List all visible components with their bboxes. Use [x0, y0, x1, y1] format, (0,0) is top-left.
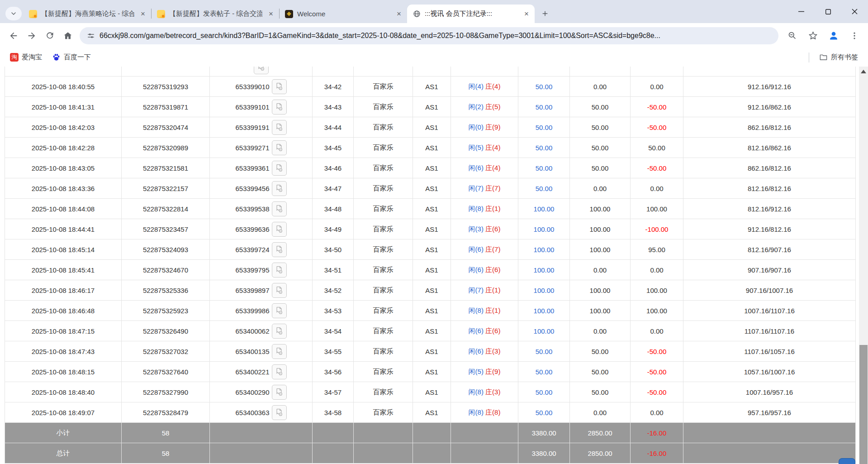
cell-time: 2025-10-08 18:48:15 [5, 362, 122, 382]
cell-bet-content: 闲(6) 庄(6) [451, 260, 518, 280]
cell-bet-amount[interactable]: 100.00 [518, 239, 570, 260]
all-bookmarks-button[interactable]: 所有书签 [816, 51, 862, 63]
close-icon[interactable]: × [394, 10, 403, 19]
total-row: 总计 58 3380.00 2850.00 -16.00 [5, 443, 856, 464]
player-bet: 闲(8) [469, 306, 484, 314]
broken-image-icon[interactable] [272, 263, 287, 277]
cell-win-loss: -100.00 [631, 219, 683, 239]
cell-balance: 862.16/812.16 [683, 158, 856, 178]
profile-button[interactable] [825, 27, 843, 45]
scroll-up-arrow-icon[interactable] [861, 70, 866, 73]
cell-bet-amount[interactable]: 100.00 [518, 280, 570, 301]
forward-button[interactable] [23, 27, 41, 45]
cell-bet-amount[interactable]: 50.00 [518, 362, 570, 382]
game-number: 653400062 [235, 327, 269, 335]
broken-image-icon[interactable] [272, 100, 287, 115]
home-button[interactable] [59, 27, 77, 45]
cell-bet-amount[interactable]: 100.00 [518, 219, 570, 239]
page-bottom-button[interactable] [839, 458, 855, 464]
broken-image-icon[interactable] [272, 242, 287, 257]
kebab-menu-icon [850, 31, 859, 40]
address-bar[interactable]: 66cxkj98.com/game/betrecord_search/kind3… [80, 27, 778, 44]
broken-image-icon[interactable] [254, 67, 269, 74]
cell-bet-content: 闲(3) 庄(6) [451, 219, 518, 239]
cell-bet-amount[interactable]: 50.00 [518, 402, 570, 423]
cell-game-type: 百家乐 [354, 382, 413, 402]
cell-bet-amount[interactable]: 50.00 [518, 341, 570, 362]
player-bet: 闲(8) [469, 388, 484, 396]
cell-win-loss: -50.00 [631, 158, 683, 178]
cell-time: 2025-10-08 18:45:41 [5, 260, 122, 280]
cell-bet-amount[interactable]: 100.00 [518, 301, 570, 321]
tab-forum-2[interactable]: 【新提醒】发表帖子 - 综合交流 × [152, 5, 279, 23]
broken-image-icon[interactable] [272, 120, 287, 135]
cell-game-no: 653400221 [210, 362, 313, 382]
broken-image-icon[interactable] [272, 405, 287, 420]
minimize-icon [798, 9, 804, 14]
cell-round: 34-42 [313, 77, 354, 97]
window-close-button[interactable] [841, 0, 868, 23]
site-info-icon[interactable] [87, 32, 95, 40]
cell-bet-amount[interactable]: 100.00 [518, 321, 570, 341]
broken-image-icon[interactable] [272, 140, 287, 155]
cell-game-no: 653399724 [210, 239, 313, 260]
minimize-button[interactable] [788, 0, 815, 23]
cell-bet-amount[interactable]: 100.00 [518, 260, 570, 280]
cell-bet-amount[interactable]: 50.00 [518, 117, 570, 138]
new-tab-button[interactable] [538, 7, 552, 20]
cell-bet-amount[interactable]: 50.00 [518, 138, 570, 158]
bookmark-baidu[interactable]: 百度一下 [48, 51, 95, 63]
broken-image-icon[interactable] [272, 303, 287, 318]
close-icon[interactable]: × [522, 10, 531, 19]
total-valid: 2850.00 [570, 443, 631, 464]
cell-round: 34-52 [313, 280, 354, 301]
cell-bet-amount[interactable]: 50.00 [518, 77, 570, 97]
cell-bet-amount[interactable]: 50.00 [518, 178, 570, 199]
cell-table: AS1 [413, 97, 451, 117]
banker-bet: 庄(1) [485, 205, 500, 212]
back-button[interactable] [5, 27, 23, 45]
cell-win-loss: 0.00 [631, 77, 683, 97]
broken-image-icon[interactable] [272, 181, 287, 196]
broken-image-icon[interactable] [272, 79, 287, 94]
cell-round: 34-57 [313, 382, 354, 402]
cell-time: 2025-10-08 18:42:03 [5, 117, 122, 138]
close-icon[interactable]: × [266, 10, 275, 19]
cell-bet-amount[interactable]: 50.00 [518, 97, 570, 117]
broken-image-icon[interactable] [272, 344, 287, 359]
cell-time: 2025-10-08 18:42:28 [5, 138, 122, 158]
url-text[interactable]: 66cxkj98.com/game/betrecord_search/kind3… [100, 32, 660, 40]
reload-button[interactable] [41, 27, 59, 45]
broken-image-icon[interactable] [272, 161, 287, 176]
tab-bet-records-active[interactable]: :::视讯 会员下注纪录::: × [407, 5, 535, 23]
bookmark-taobao[interactable]: 淘 爱淘宝 [6, 51, 46, 63]
bookmark-star-button[interactable] [804, 27, 822, 45]
cell-game-type: 百家乐 [354, 402, 413, 423]
tab-forum-1[interactable]: 【新提醒】海燕策略论坛 - 综合 × [24, 5, 151, 23]
cell-bet-amount[interactable]: 50.00 [518, 158, 570, 178]
subtotal-amount: 3380.00 [518, 423, 570, 443]
scrollbar-thumb[interactable] [859, 345, 868, 464]
cell-bet-amount[interactable]: 100.00 [518, 199, 570, 219]
banker-bet: 庄(1) [485, 286, 500, 294]
tab-welcome[interactable]: Welcome × [280, 5, 407, 23]
broken-image-icon[interactable] [272, 222, 287, 237]
bet-table-body: 2025-10-08 18:40:55 522875319293 6533990… [5, 77, 856, 423]
page-scrollbar[interactable] [859, 67, 868, 464]
browser-menu-button[interactable] [845, 27, 863, 45]
zoom-button[interactable] [783, 27, 801, 45]
cell-bet-amount[interactable]: 50.00 [518, 382, 570, 402]
cell-valid-amount: 100.00 [570, 239, 631, 260]
player-bet: 闲(5) [469, 144, 484, 151]
broken-image-icon[interactable] [272, 385, 287, 400]
gold-emblem-favicon [285, 10, 293, 18]
broken-image-icon[interactable] [272, 324, 287, 339]
maximize-button[interactable] [815, 0, 841, 23]
total-amount: 3380.00 [518, 443, 570, 464]
tab-search-button[interactable] [5, 7, 22, 20]
broken-image-icon[interactable] [272, 364, 287, 379]
table-row: 2025-10-08 18:44:08 522875322814 6533995… [5, 199, 856, 219]
broken-image-icon[interactable] [272, 283, 287, 298]
close-icon[interactable]: × [138, 10, 147, 19]
broken-image-icon[interactable] [272, 201, 287, 216]
